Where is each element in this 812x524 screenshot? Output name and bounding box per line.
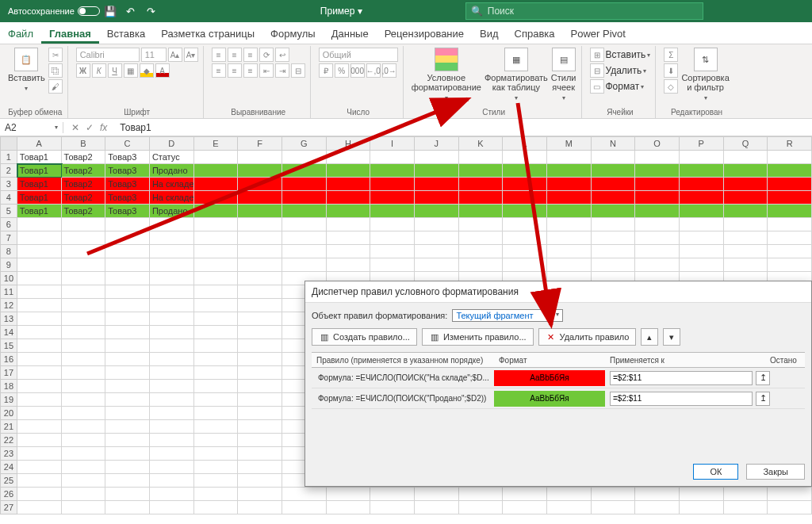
cell-H5[interactable] [327,205,371,218]
shrink-font-icon[interactable]: A▾ [184,48,198,62]
cell-C9[interactable] [105,258,150,272]
cell-N26[interactable] [592,488,636,501]
cell-C20[interactable] [105,407,150,420]
cell-B2[interactable]: Товар2 [62,164,106,178]
cell-M9[interactable] [547,258,592,272]
tab-help[interactable]: Справка [507,23,563,44]
cell-F10[interactable] [238,272,282,285]
cell-E17[interactable] [194,366,239,380]
save-icon[interactable]: 💾 [102,2,119,20]
col-header-A[interactable]: A [17,136,62,151]
cell-B7[interactable] [62,231,106,245]
align-bot-icon[interactable]: ≡ [243,48,258,62]
cell-I3[interactable] [370,178,415,191]
cell-G2[interactable] [282,164,327,178]
enter-icon[interactable]: ✓ [86,122,94,133]
row-header-16[interactable]: 16 [0,353,17,366]
cell-N5[interactable] [592,205,636,218]
cell-L3[interactable] [503,178,547,191]
cell-A7[interactable] [17,231,62,245]
cell-C26[interactable] [105,488,150,501]
cell-Q8[interactable] [724,245,768,258]
rule-range-input[interactable] [610,392,753,406]
cell-P2[interactable] [680,164,724,178]
cell-F14[interactable] [238,326,282,339]
cell-N2[interactable] [592,164,636,178]
cell-A12[interactable] [17,299,62,312]
cell-J1[interactable] [415,151,459,164]
cell-C22[interactable] [105,434,150,447]
underline-icon[interactable]: Ч [108,63,122,78]
cell-B12[interactable] [62,299,106,312]
cell-E26[interactable] [194,488,239,501]
cell-E7[interactable] [194,231,239,245]
cell-D2[interactable]: Продано [150,164,194,178]
cell-F23[interactable] [238,447,282,461]
cell-F24[interactable] [238,461,282,474]
cell-H6[interactable] [327,218,371,231]
cell-M1[interactable] [547,151,592,164]
cell-E10[interactable] [194,272,239,285]
align-center-icon[interactable]: ≡ [228,63,242,78]
cell-B18[interactable] [62,380,106,393]
formula-input[interactable]: Товар1 [115,122,812,133]
cell-D25[interactable] [150,474,194,488]
cell-B19[interactable] [62,393,106,407]
cell-K4[interactable] [459,191,504,205]
font-size[interactable]: 11 [141,48,167,62]
tab-review[interactable]: Рецензирование [377,23,472,44]
cell-B17[interactable] [62,366,106,380]
rule-row-0[interactable]: Формула: =ЕЧИСЛО(ПОИСК("На складе";$D...… [312,368,805,388]
close-button[interactable]: Закры [746,464,805,480]
cell-G26[interactable] [282,488,327,501]
dec-decimal-icon[interactable]: ,0→ [382,63,396,78]
format-as-table-button[interactable]: ▦ Форматировать как таблицу▾ [485,48,548,103]
move-down-button[interactable]: ▾ [663,328,680,346]
align-mid-icon[interactable]: ≡ [228,48,242,62]
tab-data[interactable]: Данные [324,23,377,44]
cell-C3[interactable]: Товар3 [105,178,150,191]
cell-B1[interactable]: Товар2 [62,151,106,164]
cell-O8[interactable] [635,245,680,258]
row-header-26[interactable]: 26 [0,488,17,501]
cell-M26[interactable] [547,488,592,501]
toggle-switch[interactable] [78,6,100,16]
cell-P26[interactable] [680,488,724,501]
cell-A20[interactable] [17,407,62,420]
scope-dropdown[interactable]: Текущий фрагмент▾ [452,309,563,322]
cell-E1[interactable] [194,151,239,164]
cell-I27[interactable] [370,501,415,514]
cell-C27[interactable] [105,501,150,514]
cell-A6[interactable] [17,218,62,231]
cell-P3[interactable] [680,178,724,191]
cell-H1[interactable] [327,151,371,164]
row-header-21[interactable]: 21 [0,420,17,434]
row-header-15[interactable]: 15 [0,339,17,353]
col-header-D[interactable]: D [150,136,194,151]
row-header-2[interactable]: 2 [0,164,17,178]
cell-E12[interactable] [194,299,239,312]
tab-file[interactable]: Файл [0,23,41,44]
cell-H2[interactable] [327,164,371,178]
cell-D15[interactable] [150,339,194,353]
cell-I9[interactable] [370,258,415,272]
cell-O1[interactable] [635,151,680,164]
col-header-R[interactable]: R [768,136,812,151]
cell-D4[interactable]: На складе [150,191,194,205]
range-picker-icon[interactable]: ↥ [756,392,770,406]
cell-R5[interactable] [768,205,812,218]
cell-C19[interactable] [105,393,150,407]
sum-icon[interactable]: Σ [664,48,678,62]
cell-F21[interactable] [238,420,282,434]
fill-color-icon[interactable]: ◆ [140,63,154,78]
row-header-22[interactable]: 22 [0,434,17,447]
col-header-J[interactable]: J [415,136,459,151]
cancel-icon[interactable]: ✕ [71,122,79,133]
cell-A4[interactable]: Товар1 [17,191,62,205]
ok-button[interactable]: ОК [693,464,738,480]
col-header-P[interactable]: P [680,136,724,151]
cell-A26[interactable] [17,488,62,501]
cell-F11[interactable] [238,285,282,299]
cell-R27[interactable] [768,501,812,514]
cell-A27[interactable] [17,501,62,514]
